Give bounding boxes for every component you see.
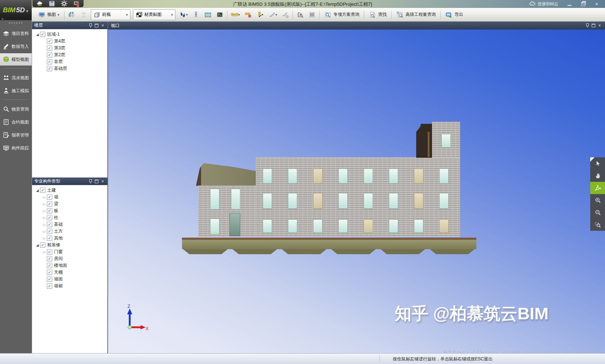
tree-item[interactable]: ▷✓柱 — [32, 214, 107, 221]
checkbox-checked[interactable]: ✓ — [47, 201, 52, 207]
walk-button[interactable] — [191, 10, 201, 19]
tree-item[interactable]: ✓墙裙 — [32, 283, 107, 289]
tree-item[interactable]: ◢✓区域-1 — [32, 31, 107, 38]
scaffold-button[interactable] — [307, 10, 317, 19]
collapse-arrow-icon[interactable]: ◢ — [35, 243, 40, 247]
sidebar-item-construction-sim[interactable]: 施工模拟 — [0, 85, 32, 97]
checkbox-checked[interactable]: ✓ — [47, 283, 52, 289]
opening-button[interactable] — [295, 10, 305, 19]
checkbox-checked[interactable]: ✓ — [47, 59, 52, 64]
sidebar-item-project-docs[interactable]: 项目资料 — [0, 27, 32, 40]
checkbox-checked[interactable]: ✓ — [47, 215, 52, 220]
tree-item[interactable]: ◢✓土建 — [32, 187, 107, 194]
app-logo[interactable]: BIM 5D ▼ « — [0, 0, 32, 20]
adv-quantity-query-button[interactable]: 高级工程量查询 — [394, 10, 438, 19]
close-button[interactable]: × — [590, 0, 604, 8]
tree-item[interactable]: ✓基础层 — [32, 65, 107, 72]
checkbox-checked[interactable]: ✓ — [47, 39, 52, 44]
crane-button[interactable] — [79, 10, 88, 19]
select-tool[interactable] — [590, 157, 605, 170]
roam-button[interactable]: ▾ — [178, 10, 189, 19]
collapse-arrow-icon[interactable]: ◢ — [35, 189, 40, 192]
maximize-icon[interactable] — [94, 179, 99, 184]
tree-item[interactable]: ✓墙面 — [32, 276, 107, 283]
viewer-button[interactable] — [215, 10, 224, 19]
expand-arrow-icon[interactable]: ▷ — [42, 230, 47, 233]
sidebar-item-model-view[interactable]: 模型视图 — [0, 53, 32, 66]
sidebar-item-report-manage[interactable]: 报表管理 — [0, 129, 32, 141]
checkbox-checked[interactable]: ✓ — [47, 270, 52, 275]
tree-item[interactable]: ▷✓板 — [32, 207, 107, 214]
orbit-tool[interactable] — [590, 182, 605, 194]
checkbox-checked[interactable]: ✓ — [47, 229, 52, 234]
tree-item[interactable]: ✓第4层 — [32, 38, 107, 45]
expand-arrow-icon[interactable]: ▷ — [42, 216, 47, 220]
view-button[interactable]: 视图 ▾ — [36, 10, 62, 19]
sidebar-item-component-track[interactable]: 构件跟踪 — [0, 142, 32, 154]
angle-measure-button[interactable] — [255, 10, 265, 19]
export-button[interactable]: 导出 — [443, 10, 465, 19]
restore-button[interactable] — [576, 0, 590, 8]
sidebar-item-flow-view[interactable]: 流水视图 — [0, 72, 32, 84]
tree-item[interactable]: ▷✓土方 — [32, 228, 107, 235]
section-button[interactable]: ▾ — [267, 10, 279, 19]
close-icon[interactable]: × — [100, 179, 105, 184]
checkbox-checked[interactable]: ✓ — [47, 208, 52, 214]
tree-item[interactable]: ✓第3层 — [32, 45, 107, 51]
expand-arrow-icon[interactable]: ▷ — [42, 223, 47, 226]
pin-icon[interactable] — [88, 179, 93, 184]
close-icon[interactable]: × — [100, 23, 105, 28]
tree-item[interactable]: ▷✓门窗 — [32, 248, 107, 255]
tree-item[interactable]: ▷✓梁 — [32, 201, 107, 207]
checkbox-checked[interactable]: ✓ — [47, 66, 52, 71]
checkbox-checked[interactable]: ✓ — [47, 277, 52, 282]
tree-item[interactable]: ▷✓墙 — [32, 194, 107, 201]
expand-arrow-icon[interactable]: ▷ — [42, 237, 47, 240]
checkbox-checked[interactable]: ✓ — [47, 45, 52, 51]
viewport-3d-canvas[interactable]: Z X 知乎 @柏慕筑云BIM https://blog.csdn.net/ra… — [108, 30, 605, 353]
view-direction-select[interactable]: 前视 ▾ — [91, 9, 130, 20]
maximize-icon[interactable] — [94, 23, 99, 28]
zoom-in-tool[interactable] — [590, 194, 605, 206]
zoom-window-tool[interactable] — [590, 219, 605, 231]
checkbox-checked[interactable]: ✓ — [47, 256, 52, 261]
checkbox-checked[interactable]: ✓ — [47, 249, 52, 255]
zoom-out-tool[interactable] — [590, 206, 605, 219]
expand-arrow-icon[interactable]: ▷ — [42, 202, 47, 206]
settings-icon[interactable] — [61, 0, 68, 7]
exit-app-icon[interactable] — [73, 0, 80, 7]
measure-button[interactable]: ▾ — [230, 10, 241, 19]
expand-arrow-icon[interactable]: ▷ — [42, 196, 47, 199]
wall-view-button[interactable] — [203, 10, 213, 19]
pin-icon[interactable] — [88, 23, 93, 28]
tree-item[interactable]: ✓第2层 — [32, 51, 107, 58]
checkbox-checked[interactable]: ✓ — [40, 242, 45, 248]
checkbox-checked[interactable]: ✓ — [47, 222, 52, 227]
maximize-icon[interactable] — [591, 23, 596, 28]
close-icon[interactable]: × — [597, 23, 602, 28]
expand-arrow-icon[interactable]: ▷ — [42, 250, 47, 254]
tree-item[interactable]: ✓天棚 — [32, 269, 107, 276]
tree-item[interactable]: ✓首层 — [32, 58, 107, 65]
sidebar-drag-handle[interactable]: ●●●●●● — [0, 20, 32, 27]
tree-item[interactable]: ◢✓粗装修 — [32, 242, 107, 248]
expand-arrow-icon[interactable]: ▷ — [42, 209, 47, 213]
checkbox-checked[interactable]: ✓ — [40, 32, 45, 37]
tree-item[interactable]: ✓房间 — [32, 255, 107, 262]
sidebar-item-material-query[interactable]: 物资查询 — [0, 103, 32, 115]
checkbox-checked[interactable]: ✓ — [47, 263, 52, 268]
section-settings-button[interactable] — [281, 10, 290, 19]
login-bim-cloud-button[interactable]: 登录BIM云 — [524, 0, 562, 8]
measure-delete-button[interactable] — [244, 10, 253, 19]
checkbox-checked[interactable]: ✓ — [47, 194, 52, 200]
pan-tool[interactable] — [590, 170, 605, 182]
collapse-arrow-icon[interactable]: ◢ — [35, 33, 40, 36]
collapse-sidebar-icon[interactable]: « — [1, 17, 4, 21]
special-query-button[interactable]: 专项方案查询 — [322, 10, 361, 19]
tree-item[interactable]: ✓楼地面 — [32, 262, 107, 269]
checkbox-checked[interactable]: ✓ — [47, 235, 52, 241]
tree-item[interactable]: ▷✓基础 — [32, 221, 107, 228]
sidebar-item-contract-view[interactable]: 合约视图 — [0, 116, 32, 128]
minimize-button[interactable] — [562, 0, 576, 8]
checkbox-checked[interactable]: ✓ — [47, 52, 52, 58]
